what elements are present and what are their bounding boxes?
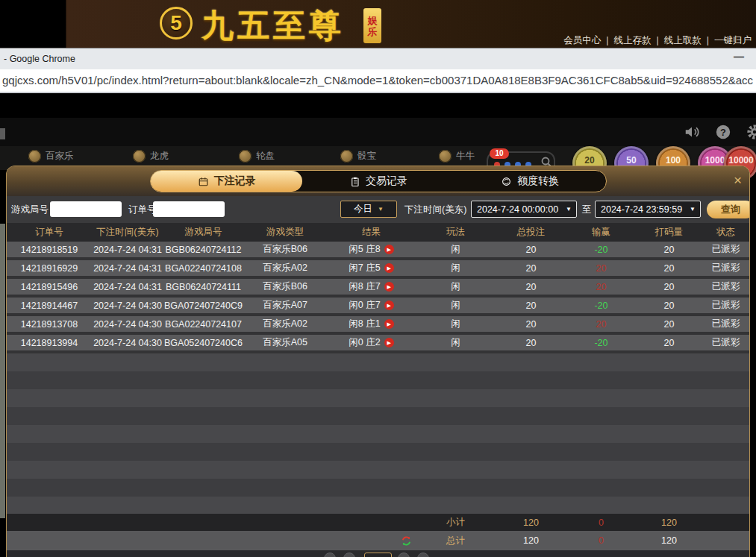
cell-status: 已派彩	[702, 243, 749, 256]
cell-order_id: 14218916929	[7, 263, 92, 274]
total-win: 0	[566, 535, 636, 546]
window-title: - Google Chrome	[4, 54, 75, 64]
cell-play: 闲	[416, 262, 496, 274]
header-link[interactable]: 线上存款	[614, 35, 652, 45]
settings-gear-icon[interactable]	[746, 124, 756, 140]
win-loss-value: 20	[566, 282, 636, 292]
search-button[interactable]: 查询	[707, 201, 750, 218]
lobby-nav-item[interactable]: 牛牛	[439, 150, 475, 163]
cell-bet: 20	[496, 282, 566, 292]
win-loss-value: 20	[566, 319, 636, 330]
result-text: 闲0 庄7	[349, 299, 380, 312]
total-row: 总计 120 0 120	[7, 531, 749, 550]
cell-round: BGA072407240C9	[163, 300, 243, 311]
empty-rows-stripes	[7, 353, 749, 514]
lobby-nav-label: 轮盘	[256, 150, 275, 163]
cell-order_id: 14218914467	[7, 300, 92, 311]
column-header: 游戏局号	[163, 226, 243, 239]
order-filter-input[interactable]	[153, 201, 225, 217]
datetime-to-value: 2024-7-24 23:59:59	[601, 204, 682, 215]
table-row: 142189169292024-7-24 04:31BGA02240724108…	[7, 260, 749, 276]
play-button-icon[interactable]: ▶	[384, 282, 394, 292]
play-button-icon[interactable]: ▶	[384, 263, 394, 273]
cell-turnover: 20	[636, 282, 702, 292]
subtotal-row: 小计 120 0 120	[7, 514, 749, 531]
round-filter-label: 游戏局号	[11, 204, 49, 216]
column-header: 订单号	[7, 226, 92, 239]
column-header: 玩法	[416, 226, 496, 239]
cell-order_id: 14218913994	[7, 338, 92, 348]
cell-order_id: 14218918519	[7, 245, 92, 255]
cell-status: 已派彩	[702, 336, 749, 349]
cell-bet: 20	[496, 319, 566, 330]
lobby-nav-item[interactable]: 轮盘	[239, 150, 275, 163]
game-category-icon	[340, 150, 353, 163]
game-category-icon	[239, 150, 252, 163]
cell-order_id: 14218913708	[7, 319, 92, 330]
speaker-icon[interactable]	[684, 124, 700, 140]
cell-game: 百家乐B06	[243, 243, 327, 256]
brand-logo-badge: 娱 乐	[363, 8, 381, 43]
brand-logo-icon: 5	[160, 7, 193, 40]
game-category-icon	[133, 150, 146, 163]
records-modal: 下注记录 交易记录	[6, 166, 750, 557]
play-button-icon[interactable]: ▶	[384, 319, 394, 329]
tab-bet-records[interactable]: 下注记录	[151, 171, 302, 192]
screen: 5 九五至尊 娱 乐 会员中心|线上存款|线上取款|一键归户 - Google …	[0, 0, 756, 557]
cell-round: BGB06240724112	[163, 245, 243, 255]
header-link[interactable]: 一键归户	[714, 35, 752, 45]
header-link[interactable]: 线上取款	[664, 35, 702, 45]
tab-credit-transfer[interactable]: 额度转换	[454, 171, 606, 192]
subtotal-win: 0	[566, 517, 636, 528]
column-header: 总投注	[496, 226, 566, 239]
url-text: gqjcxs.com/h5V01/pc/index.html?return=ab…	[2, 74, 753, 86]
cell-round: BGA02240724108	[163, 263, 243, 274]
chrome-titlebar: - Google Chrome —	[0, 48, 756, 69]
tab-label: 交易记录	[366, 174, 407, 188]
result-cell: 闲7 庄5▶	[327, 262, 416, 274]
refresh-icon[interactable]	[327, 535, 416, 547]
lobby-nav-label: 骰宝	[357, 150, 376, 163]
link-separator: |	[606, 35, 608, 45]
cell-bet: 20	[496, 300, 566, 311]
datetime-to-select[interactable]: 2024-7-24 23:59:59 ▼	[595, 201, 701, 218]
cell-status: 已派彩	[702, 318, 749, 330]
subtotal-turnover: 120	[636, 517, 702, 528]
chevron-down-icon: ▼	[690, 206, 696, 213]
play-button-icon[interactable]: ▶	[384, 245, 394, 254]
chip-next-arrow[interactable]: ›	[749, 154, 753, 166]
help-icon[interactable]: ?	[715, 124, 731, 140]
result-text: 闲7 庄5	[349, 262, 380, 274]
scrollbar-strip[interactable]	[0, 224, 5, 518]
url-bar[interactable]: gqjcxs.com/h5V01/pc/index.html?return=ab…	[0, 69, 756, 93]
lobby-nav-item[interactable]: 骰宝	[340, 150, 376, 163]
lobby-nav-label: 百家乐	[46, 150, 74, 163]
datetime-from-select[interactable]: 2024-7-24 00:00:00 ▼	[471, 201, 577, 218]
game-category-icon	[28, 150, 41, 163]
cell-play: 闲	[416, 280, 496, 293]
page-background	[0, 93, 756, 118]
cell-time: 2024-7-24 04:30	[92, 338, 163, 348]
play-button-icon[interactable]: ▶	[384, 300, 394, 310]
pagination-page-box[interactable]	[364, 553, 392, 557]
minimize-button[interactable]: —	[734, 51, 744, 63]
result-cell: 闲8 庄1▶	[327, 318, 416, 330]
table-row: 142189144672024-7-24 04:30BGA072407240C9…	[7, 298, 749, 313]
cell-status: 已派彩	[702, 280, 749, 293]
table-row: 142189139942024-7-24 04:30BGA052407240C6…	[7, 335, 749, 350]
date-range-select[interactable]: 今日 ▼	[340, 201, 397, 218]
cell-round: BGA052407240C6	[163, 338, 243, 348]
play-button-icon[interactable]: ▶	[384, 338, 394, 347]
round-filter-input[interactable]	[50, 201, 122, 217]
column-header: 输赢	[566, 226, 636, 239]
lobby-nav-item[interactable]: 龙虎	[133, 150, 169, 163]
lobby-nav-item[interactable]: 百家乐	[28, 150, 74, 163]
cell-round: BGA02240724107	[163, 319, 243, 330]
chevron-down-icon: ▼	[566, 206, 572, 213]
to-label: 至	[582, 204, 592, 216]
cell-status: 已派彩	[702, 299, 749, 312]
win-loss-value: -20	[566, 245, 636, 255]
close-icon[interactable]: ×	[734, 173, 742, 187]
header-link[interactable]: 会员中心	[563, 35, 601, 45]
tab-transaction-records[interactable]: 交易记录	[302, 171, 454, 192]
